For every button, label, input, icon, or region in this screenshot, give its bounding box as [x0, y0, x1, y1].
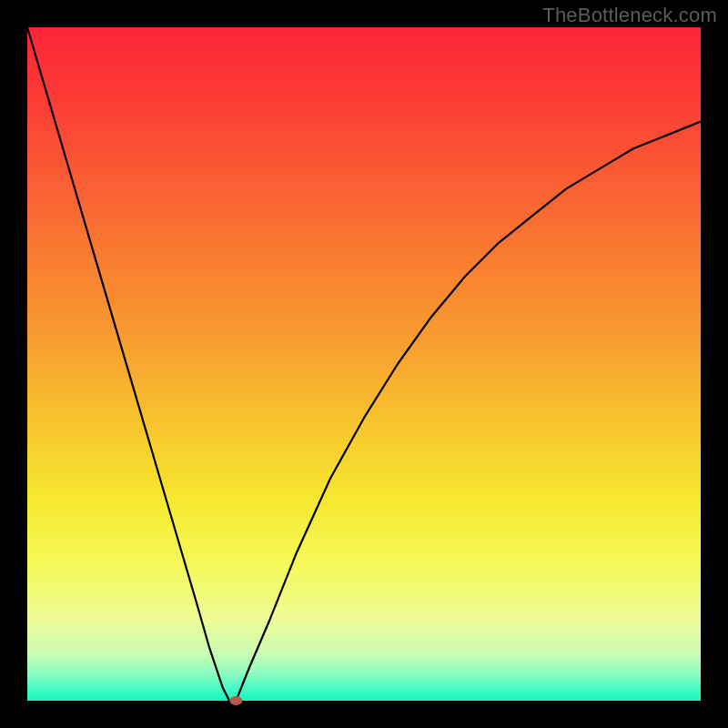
bottleneck-curve: [27, 27, 701, 701]
chart-frame: TheBottleneck.com: [0, 0, 728, 728]
curve-svg: [27, 27, 701, 701]
plot-area: [27, 27, 701, 701]
optimum-marker: [229, 696, 242, 705]
watermark-text: TheBottleneck.com: [542, 4, 717, 27]
